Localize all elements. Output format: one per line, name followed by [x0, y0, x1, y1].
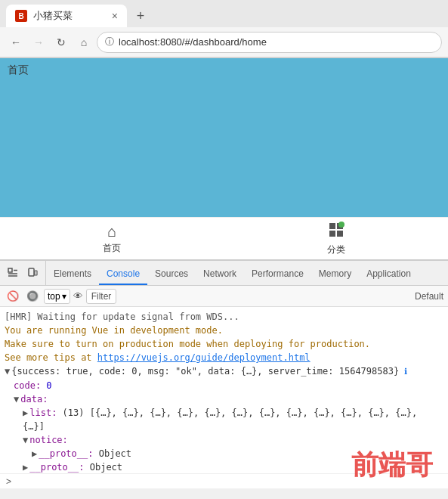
home-button[interactable]: ⌂: [74, 33, 94, 52]
tab-application[interactable]: Application: [359, 264, 419, 285]
lock-icon: ⓘ: [105, 36, 114, 48]
svg-rect-4: [8, 268, 12, 272]
proto1-triangle[interactable]: ▶: [32, 448, 37, 459]
default-level-label: Default: [415, 291, 443, 302]
tab-network[interactable]: Network: [196, 264, 244, 285]
nav-item-home[interactable]: ⌂ 首页: [0, 223, 224, 255]
svg-rect-8: [29, 268, 34, 276]
devtools-tabs-list: Elements Console Sources Network Perform…: [46, 261, 448, 285]
list-triangle[interactable]: ▶: [23, 408, 28, 418]
tab-memory[interactable]: Memory: [311, 264, 359, 285]
browser-chrome: B 小猪买菜 × + ← → ↻ ⌂ ⓘ localhost:8080/#/da…: [0, 0, 448, 58]
svg-rect-9: [35, 271, 37, 275]
context-value: top: [48, 291, 60, 302]
console-line-vue-warning: You are running Vue in development mode.: [5, 324, 443, 337]
home-breadcrumb[interactable]: 首页: [8, 64, 29, 76]
console-line-production: Make sure to turn on production mode whe…: [5, 337, 443, 351]
devtools-icon-group: [0, 261, 46, 285]
data-expand-triangle[interactable]: ▼: [14, 394, 19, 404]
address-bar[interactable]: ⓘ localhost:8080/#/dashboard/home: [97, 32, 442, 53]
tab-title: 小猪买菜: [33, 9, 73, 23]
tab-bar: B 小猪买菜 × +: [0, 0, 448, 27]
eye-icon[interactable]: 👁: [73, 290, 83, 302]
nav-category-label: 分类: [327, 243, 345, 256]
console-proto2-line: ▶__proto__: Object: [5, 460, 443, 474]
context-selector[interactable]: top ▾: [44, 289, 70, 304]
console-notice-line: ▼notice:: [5, 433, 443, 447]
console-input-bar: >: [0, 473, 448, 488]
bottom-nav: ⌂ 首页 分类: [0, 217, 448, 259]
tab-favicon: B: [15, 10, 27, 22]
svg-rect-0: [329, 223, 335, 229]
nav-home-label: 首页: [103, 242, 121, 255]
clear-console-button[interactable]: 🚫: [5, 288, 21, 305]
console-line-link: See more tips at https://vuejs.org/guide…: [5, 351, 443, 364]
console-code-line: code: 0: [5, 379, 443, 392]
page-header: 首页: [0, 58, 448, 81]
chevron-down-icon: ▾: [62, 291, 66, 302]
console-output: [HMR] Waiting for update signal from WDS…: [0, 307, 448, 473]
console-line-hmr: [HMR] Waiting for update signal from WDS…: [5, 310, 443, 324]
page-content: 首页 ⌂ 首页 分类: [0, 58, 448, 259]
active-tab[interactable]: B 小猪买菜 ×: [6, 5, 127, 27]
devtools-panel: Elements Console Sources Network Perform…: [0, 259, 448, 488]
tab-console[interactable]: Console: [99, 264, 147, 285]
inspect-element-button[interactable]: [5, 265, 21, 281]
back-button[interactable]: ←: [6, 33, 26, 52]
console-object-root: ▼{success: true, code: 0, msg: "ok", dat…: [5, 364, 443, 379]
console-list-line: ▶list: (13) [{…}, {…}, {…}, {…}, {…}, {……: [5, 406, 443, 433]
device-toolbar-button[interactable]: [24, 265, 41, 281]
svg-rect-2: [329, 231, 335, 237]
category-badge: [338, 222, 344, 228]
nav-item-category[interactable]: 分类: [224, 222, 449, 256]
new-tab-button[interactable]: +: [130, 5, 151, 26]
console-toolbar: 🚫 🔘 top ▾ 👁 Filter Default: [0, 286, 448, 307]
svg-rect-3: [337, 231, 343, 237]
deployment-link[interactable]: https://vuejs.org/guide/deployment.html: [97, 352, 311, 363]
notice-triangle[interactable]: ▼: [23, 435, 28, 445]
filter-input[interactable]: Filter: [86, 289, 117, 304]
tab-elements[interactable]: Elements: [46, 264, 99, 285]
info-icon: ℹ: [404, 367, 407, 377]
expand-triangle[interactable]: ▼: [5, 366, 10, 377]
tab-close-button[interactable]: ×: [112, 10, 118, 22]
console-proto1-line: ▶__proto__: Object: [5, 447, 443, 460]
console-data-expand: ▼data:: [5, 392, 443, 406]
tab-performance[interactable]: Performance: [244, 264, 311, 285]
console-prompt[interactable]: >: [6, 476, 11, 487]
page-main-content: [0, 81, 448, 217]
forward-button[interactable]: →: [29, 33, 48, 52]
tab-sources[interactable]: Sources: [147, 264, 196, 285]
reload-button[interactable]: ↻: [51, 33, 71, 52]
console-filter-icon[interactable]: 🔘: [24, 288, 41, 305]
address-text: localhost:8080/#/dashboard/home: [119, 36, 434, 48]
devtools-toolbar: Elements Console Sources Network Perform…: [0, 261, 448, 286]
nav-bar: ← → ↻ ⌂ ⓘ localhost:8080/#/dashboard/hom…: [0, 27, 448, 57]
proto2-triangle[interactable]: ▶: [23, 462, 28, 473]
home-icon: ⌂: [107, 223, 116, 240]
